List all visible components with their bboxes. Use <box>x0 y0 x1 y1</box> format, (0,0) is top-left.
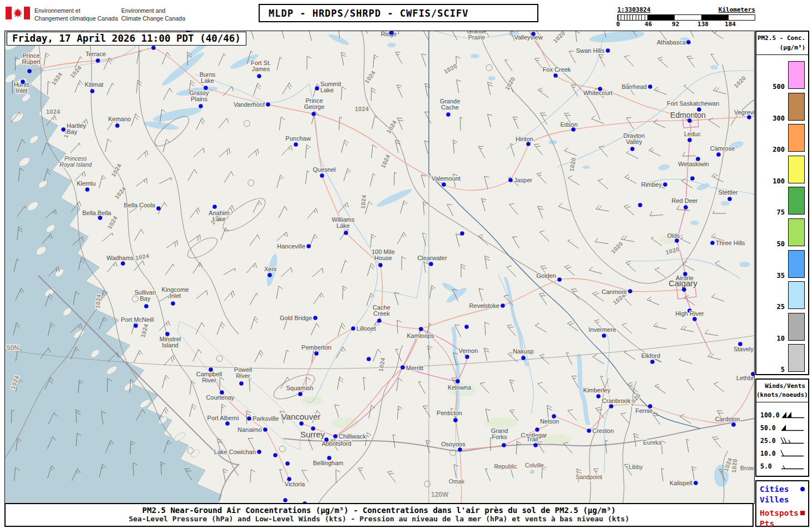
scale-tick: 184 <box>725 21 736 28</box>
city-dot-icon <box>800 487 805 491</box>
scale-bar <box>617 14 755 21</box>
city-marker <box>285 461 290 466</box>
map-graphics: 1024102410241024102410241024102410241024… <box>5 31 754 504</box>
city-marker <box>687 118 692 123</box>
city: Athabasca <box>657 39 691 46</box>
pm25-bin: 500 <box>758 61 805 89</box>
city-marker <box>144 304 148 308</box>
pm25-bin-label: 10 <box>777 335 785 342</box>
city-marker <box>165 332 170 336</box>
city-marker <box>533 443 538 447</box>
city-marker <box>220 390 224 395</box>
city-label: Kelowna <box>448 384 472 391</box>
city-label: Merritt <box>406 365 423 371</box>
city-marker <box>306 244 311 248</box>
vegetation-patch <box>484 417 518 429</box>
pm25-legend-units: (µg/m³) <box>756 43 805 53</box>
city-marker <box>628 289 632 293</box>
city-label: Kamloops <box>407 332 434 339</box>
city-marker <box>287 477 291 481</box>
scale-tick: 0 <box>616 21 620 28</box>
city-label: Kimberley <box>583 387 611 393</box>
city-label: River <box>202 377 216 383</box>
city-marker <box>96 58 100 63</box>
wind-speed-label: 5.0 <box>760 462 772 470</box>
cities-label-fr: Villes <box>760 495 805 505</box>
city-marker <box>738 342 742 346</box>
wind-barb-icon <box>779 462 805 471</box>
lake <box>690 221 699 225</box>
pm25-bin-label: 25 <box>777 303 785 311</box>
city-label: Leduc <box>684 131 701 137</box>
scale-tick: 46 <box>645 21 652 28</box>
city-marker <box>133 323 138 328</box>
pm25-legend-bins: 50030020010075503525105 <box>756 61 808 374</box>
city-label: Parksville <box>252 415 279 422</box>
city: Three Hills <box>710 240 745 246</box>
city-marker <box>508 178 513 182</box>
city-marker <box>663 182 667 187</box>
city-marker <box>694 481 698 485</box>
wind-legend-row: 50.0 <box>756 422 808 435</box>
city-marker <box>687 138 692 142</box>
city-marker <box>648 404 652 409</box>
city-marker <box>298 392 303 396</box>
city-marker <box>199 104 203 108</box>
city-label: Squamish <box>286 385 314 391</box>
city-marker <box>502 443 506 447</box>
city-marker <box>682 287 686 292</box>
lake <box>721 201 730 206</box>
city-marker <box>85 187 90 192</box>
lake <box>488 76 496 81</box>
wind-legend-units: (knots/noeuds) <box>756 391 805 400</box>
city-marker <box>692 317 697 321</box>
pm25-bin-label: 5 <box>781 366 785 373</box>
city-label: Nelson <box>540 418 559 425</box>
scale-unit: Kilometers <box>719 6 755 13</box>
city-marker <box>716 152 721 157</box>
pm25-bin-swatch <box>788 156 805 183</box>
city-label: Kalispell <box>670 480 692 486</box>
pm25-bin-swatch <box>788 344 805 372</box>
vegetation-patch <box>301 396 323 405</box>
city-marker <box>458 447 462 452</box>
city-label: Port Alberni <box>207 415 239 421</box>
contour-label: 1024 <box>94 294 102 308</box>
department-name-en: Environment and Climate Change Canada <box>121 7 185 22</box>
city-marker <box>377 318 382 323</box>
city-marker <box>460 231 464 236</box>
city-label: Swan Hills <box>576 47 605 54</box>
city-label: Quesnel <box>313 166 336 173</box>
city-marker <box>731 422 736 427</box>
city-marker <box>596 394 601 399</box>
city-marker <box>115 123 120 128</box>
city-label: Penticton <box>437 410 462 416</box>
wind-speed-label: 10.0 <box>760 450 776 457</box>
wind-speed-label: 50.0 <box>760 424 776 432</box>
city-label: Edmonton <box>670 111 706 119</box>
city-marker <box>21 79 25 84</box>
city-label: Valley <box>626 138 642 145</box>
wind-speed-label: 100.0 <box>760 411 780 419</box>
city-label: Creek <box>373 310 390 317</box>
city-label: Kemano <box>108 116 131 122</box>
city-label: Vancouver <box>281 412 321 421</box>
city-label: Victoria <box>285 481 305 487</box>
city-marker <box>464 325 469 329</box>
city-marker <box>696 157 700 161</box>
city-marker <box>553 73 558 78</box>
city-label: Lake <box>320 87 334 93</box>
city-label: Pemberton <box>301 344 331 351</box>
product-title: MLDP - HRDPS/SHRPD - CWFIS/SCIFV <box>259 4 538 22</box>
city-marker <box>675 238 679 243</box>
city-label: Punchaw <box>285 135 310 142</box>
city-marker <box>571 127 576 132</box>
wind-barb-icon <box>779 424 805 432</box>
city-marker <box>257 450 261 454</box>
city-marker <box>606 48 610 53</box>
city-label: Invermere <box>588 326 616 333</box>
pm25-bin: 35 <box>758 250 805 278</box>
city-label: Cranbrook <box>602 397 631 404</box>
city-label: Fox Creek <box>543 66 571 73</box>
town-label: Sandpoint <box>576 474 602 480</box>
